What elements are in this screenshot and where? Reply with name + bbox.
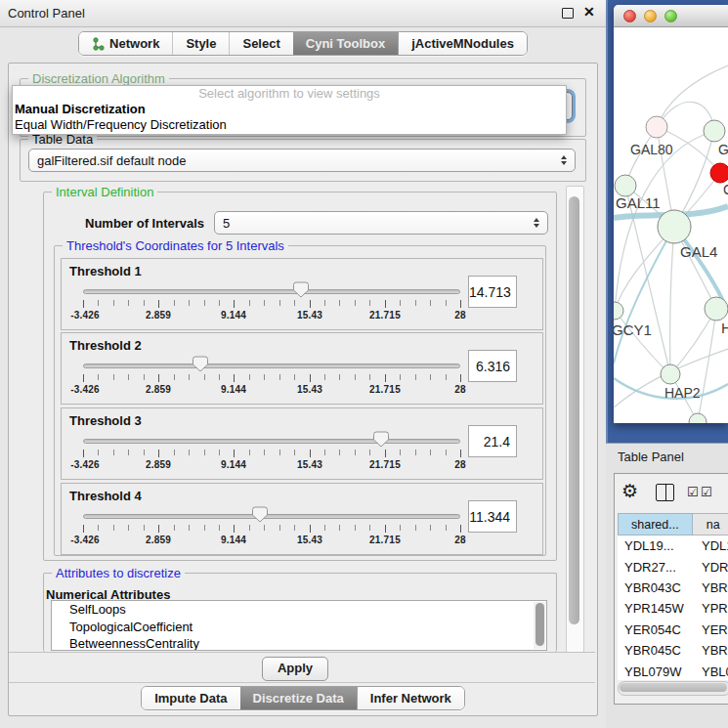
list-item[interactable]: SelfLoops	[52, 601, 546, 619]
table-row[interactable]: YBR045CYBR0	[618, 640, 728, 661]
threshold-3-value-field[interactable]: 21.4	[468, 425, 517, 457]
table-row[interactable]: YDR27...YDR2	[618, 556, 728, 577]
network-node-partial-top-right[interactable]	[704, 120, 725, 142]
threshold-4-slider-thumb[interactable]	[252, 506, 268, 523]
network-node-h[interactable]	[705, 297, 728, 321]
network-icon	[92, 37, 105, 51]
node-label-gal4: GAL4	[680, 243, 717, 260]
divider	[9, 682, 595, 683]
network-node-red-selected[interactable]	[710, 163, 728, 183]
threshold-3-slider-track[interactable]	[83, 439, 460, 444]
table-row[interactable]: YDL19...YDL1	[618, 535, 728, 556]
node-label-h: H	[721, 320, 728, 336]
network-node-bottom-partial[interactable]	[689, 413, 707, 423]
control-panel: Control Panel ✕ Network Style Sel	[0, 0, 606, 728]
network-window-titlebar[interactable]	[614, 5, 728, 27]
table-horizontal-scrollbar[interactable]	[618, 681, 728, 696]
checkbox-icon[interactable]: ☑	[687, 485, 699, 499]
close-icon[interactable]: ✕	[583, 4, 595, 20]
attributes-group-label: Attributes to discretize	[52, 566, 185, 580]
table-row[interactable]: YBL079WYBL0	[618, 661, 728, 680]
scrollbar-thumb[interactable]	[620, 683, 727, 692]
algorithm-option-manual[interactable]: Manual Discretization	[13, 102, 566, 117]
column-header-name[interactable]: na	[693, 513, 728, 535]
threshold-2-value-field[interactable]: 6.316	[468, 350, 517, 382]
table-data-select[interactable]: galFiltered.sif default node	[28, 149, 576, 172]
network-node-gal4[interactable]	[658, 210, 691, 243]
gear-icon[interactable]: ⚙	[621, 481, 638, 502]
list-item[interactable]: TopologicalCoefficient	[52, 619, 546, 636]
algorithm-option-equal-width[interactable]: Equal Width/Frequency Discretization	[13, 117, 566, 133]
threshold-3-slider-thumb[interactable]	[373, 431, 389, 448]
list-scrollbar[interactable]	[534, 602, 545, 649]
threshold-1-slider-thumb[interactable]	[293, 281, 309, 298]
threshold-4-panel: Threshold 4 -3.426 2.859 9.144 15.43 21.…	[61, 483, 543, 555]
minor-ticks	[83, 525, 461, 531]
threshold-4-slider-track[interactable]	[83, 514, 460, 519]
table-data-group: Table Data galFiltered.sif default node	[20, 139, 586, 182]
network-node-gal80[interactable]	[646, 116, 667, 138]
column-header-shared-name[interactable]: shared...	[618, 513, 693, 535]
number-of-intervals-value: 5	[223, 216, 530, 231]
threshold-2-panel: Threshold 2 -3.426 2.859 9.144 15.43 21.…	[61, 332, 543, 405]
network-view-window: GAL80 GA C GAL11 GAL4 GCY1 H HAP2	[614, 5, 728, 423]
number-of-intervals-select[interactable]: 5	[214, 211, 548, 235]
node-label-hap2: HAP2	[664, 385, 701, 401]
threshold-2-label: Threshold 2	[69, 338, 142, 353]
threshold-1-panel: Threshold 1 -3.426 2.859 9.144 15.43 21.…	[61, 258, 543, 330]
checkbox-icon[interactable]: ☑	[701, 485, 712, 499]
node-label-gcy1: GCY1	[614, 321, 652, 338]
control-panel-titlebar[interactable]: Control Panel ✕	[0, 0, 606, 27]
panel-scrollbar[interactable]	[566, 186, 584, 653]
tab-cyni-toolbox[interactable]: Cyni Toolbox	[293, 32, 398, 55]
node-label-partial-top-right: GA	[718, 142, 728, 157]
minimize-traffic-light-icon[interactable]	[644, 10, 657, 22]
algorithm-placeholder-option[interactable]: Select algorithm to view settings	[13, 86, 566, 102]
control-panel-title: Control Panel	[8, 0, 85, 26]
float-window-icon[interactable]	[562, 8, 574, 19]
minor-ticks	[83, 374, 461, 380]
discretization-algorithm-label: Discretization Algorithm	[28, 71, 169, 86]
tab-network[interactable]: Network	[79, 32, 172, 55]
network-node-gal11[interactable]	[615, 175, 636, 196]
tab-select[interactable]: Select	[229, 32, 292, 55]
spinner-arrows-icon	[534, 218, 539, 228]
tab-discretize-data[interactable]: Discretize Data	[240, 687, 357, 709]
panel-scrollbar-thumb[interactable]	[569, 196, 579, 624]
network-node-hap2[interactable]	[661, 364, 680, 384]
interval-definition-label: Interval Definition	[52, 185, 157, 199]
thresholds-group-label: Threshold's Coordinates for 5 Intervals	[63, 238, 288, 253]
table-row[interactable]: YBR043CYBR0	[618, 578, 728, 598]
threshold-2-slider-track[interactable]	[83, 364, 460, 368]
threshold-1-slider-track[interactable]	[83, 289, 460, 294]
table-row[interactable]: YER054CYER0	[618, 620, 728, 640]
table-header-row: shared... na	[618, 513, 728, 535]
zoom-traffic-light-icon[interactable]	[664, 10, 677, 22]
minor-ticks	[83, 300, 461, 306]
divider	[9, 652, 595, 653]
tab-impute-data[interactable]: Impute Data	[142, 687, 239, 709]
network-node-gcy1[interactable]	[614, 302, 623, 320]
numerical-attributes-list: SelfLoops TopologicalCoefficient Between…	[51, 600, 547, 651]
top-tab-bar: Network Style Select Cyni Toolbox jActiv…	[0, 30, 606, 57]
apply-button[interactable]: Apply	[262, 657, 328, 681]
network-canvas[interactable]: GAL80 GA C GAL11 GAL4 GCY1 H HAP2	[614, 26, 728, 423]
minor-ticks	[83, 450, 461, 455]
threshold-1-value-field[interactable]: 14.713	[468, 276, 517, 308]
algorithm-dropdown-popup: Select algorithm to view settings Manual…	[12, 85, 567, 135]
close-traffic-light-icon[interactable]	[623, 10, 636, 22]
table-window: ⚙ ☑ ☑ shared... na YDL19...YDL1 YDR27...…	[614, 473, 728, 705]
threshold-4-label: Threshold 4	[69, 489, 142, 503]
tab-infer-network[interactable]: Infer Network	[357, 687, 464, 709]
threshold-2-slider-thumb[interactable]	[193, 356, 208, 372]
threshold-3-label: Threshold 3	[69, 413, 142, 428]
threshold-4-value-field[interactable]: 11.344	[468, 500, 517, 533]
node-label-partial-mid-right: C	[723, 182, 728, 197]
tab-style[interactable]: Style	[172, 32, 229, 55]
screenshot-root: Control Panel ✕ Network Style Sel	[0, 0, 728, 728]
split-columns-icon[interactable]	[656, 484, 674, 501]
list-item[interactable]: BetweennessCentrality	[52, 635, 546, 651]
threshold-3-panel: Threshold 3 -3.426 2.859 9.144 15.43 21.…	[61, 407, 543, 480]
table-row[interactable]: YPR145WYPR1	[618, 598, 728, 619]
tab-jactivemnodules[interactable]: jActiveMNodules	[398, 32, 527, 55]
